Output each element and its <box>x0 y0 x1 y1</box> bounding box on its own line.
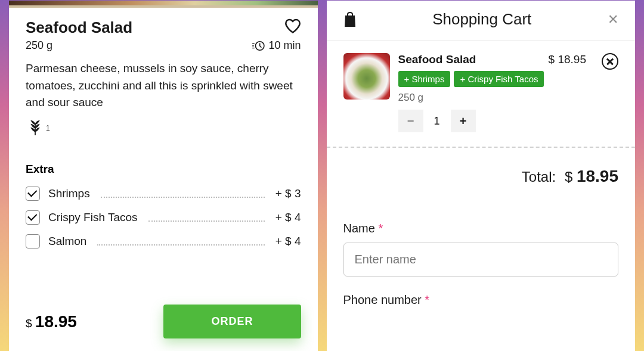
allergen-row: 1 <box>9 111 318 136</box>
cart-item-price: $ 18.95 <box>549 53 586 66</box>
total-amount: 18.95 <box>35 312 77 331</box>
cart-item-weight: 250 g <box>398 92 619 104</box>
name-label-text: Name <box>343 222 375 235</box>
checkbox-shrimps[interactable] <box>26 187 40 201</box>
product-detail-panel: Seafood Salad 250 g 10 min Parmesan chee… <box>9 1 318 351</box>
extras-title: Extra <box>26 163 301 176</box>
extra-price: + $ 4 <box>275 235 301 248</box>
extra-price: + $ 3 <box>275 187 301 200</box>
extra-label: Shrimps <box>48 187 90 200</box>
cart-tag: + Crispy Fish Tacos <box>454 71 544 87</box>
cart-total-amount: 18.95 <box>577 167 618 185</box>
close-icon[interactable]: ✕ <box>608 12 618 27</box>
name-input[interactable] <box>343 243 619 277</box>
prep-time: 10 min <box>252 39 301 52</box>
quantity-value: 1 <box>423 110 451 132</box>
favorite-icon[interactable] <box>284 18 301 34</box>
wheat-icon <box>26 120 45 136</box>
cart-item: Seafood Salad + Shrimps + Crispy Fish Ta… <box>327 41 636 148</box>
cart-total-row: Total: $ 18.95 <box>327 148 636 192</box>
name-field-label: Name * <box>343 222 619 235</box>
product-total-price: $ 18.95 <box>26 312 77 331</box>
product-header: Seafood Salad <box>9 8 318 37</box>
extra-label: Crispy Fish Tacos <box>48 211 138 224</box>
extra-row-salmon[interactable]: Salmon + $ 4 <box>26 234 301 249</box>
extras-section: Extra Shrimps + $ 3 Crispy Fish Tacos + … <box>9 136 318 249</box>
cart-item-image <box>343 53 390 100</box>
phone-field-label: Phone number * <box>343 293 619 307</box>
extra-price: + $ 4 <box>275 211 301 224</box>
product-description: Parmesan cheese, mussels in soy sauce, c… <box>9 60 318 111</box>
clock-icon <box>252 41 265 51</box>
extra-label: Salmon <box>48 235 86 248</box>
cart-title: Shopping Cart <box>357 10 608 29</box>
product-meta: 250 g 10 min <box>9 37 318 60</box>
product-title: Seafood Salad <box>26 18 132 37</box>
dots-divider <box>148 220 265 222</box>
shopping-cart-panel: Shopping Cart ✕ Seafood Salad + Shrimps … <box>327 1 636 351</box>
dots-divider <box>101 197 265 198</box>
bag-icon <box>343 12 357 27</box>
order-button[interactable]: ORDER <box>163 305 301 338</box>
extra-row-crispy-fish-tacos[interactable]: Crispy Fish Tacos + $ 4 <box>26 210 301 225</box>
remove-item-button[interactable] <box>602 53 618 70</box>
cart-tag: + Shrimps <box>398 71 451 87</box>
checkout-form: Name * Phone number * <box>327 192 636 307</box>
prep-time-value: 10 min <box>268 39 301 52</box>
product-footer: $ 18.95 ORDER <box>26 305 301 338</box>
currency: $ <box>26 317 32 330</box>
dots-divider <box>97 244 264 246</box>
required-mark: * <box>378 222 383 235</box>
required-mark: * <box>425 293 429 306</box>
quantity-increase-button[interactable]: + <box>451 110 476 132</box>
phone-label-text: Phone number <box>343 293 422 306</box>
quantity-stepper: − 1 + <box>398 110 619 132</box>
quantity-decrease-button[interactable]: − <box>398 110 423 132</box>
total-label: Total: <box>522 169 556 185</box>
product-weight: 250 g <box>26 39 52 52</box>
total-currency: $ <box>565 169 572 185</box>
allergen-count: 1 <box>46 124 50 132</box>
product-image <box>9 1 318 8</box>
extra-row-shrimps[interactable]: Shrimps + $ 3 <box>26 187 301 201</box>
cart-header: Shopping Cart ✕ <box>327 1 636 41</box>
checkbox-crispy-fish-tacos[interactable] <box>26 210 40 225</box>
cart-item-tags: + Shrimps + Crispy Fish Tacos <box>398 71 619 87</box>
checkbox-salmon[interactable] <box>26 234 40 249</box>
